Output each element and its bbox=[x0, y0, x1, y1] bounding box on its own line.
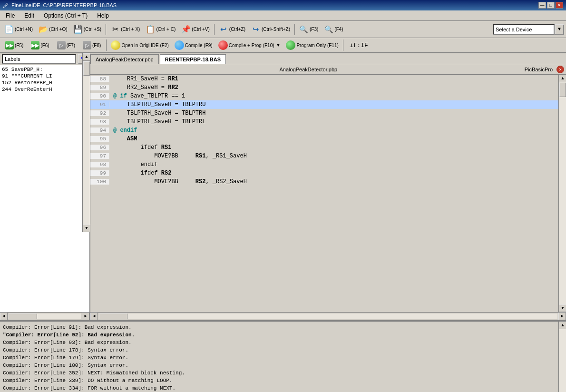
title-bar-left: 🖊 FineLineIDE C:\PBP\REENTERPBP-18.BAS bbox=[3, 2, 117, 9]
line-content-95: ASM bbox=[109, 136, 137, 142]
left-hscroll-thumb[interactable] bbox=[9, 314, 37, 319]
device-input[interactable] bbox=[493, 24, 555, 35]
left-scroll-up[interactable]: ▲ bbox=[83, 53, 90, 61]
sep5 bbox=[343, 39, 343, 51]
line-content-91: TBLPTRU_SaveH = TBLPTRU bbox=[109, 101, 205, 108]
cut-icon: ✂ bbox=[110, 25, 120, 34]
f7-icon: ▷ bbox=[57, 41, 66, 49]
code-scroll[interactable]: 88 RR1_SaveH = RR1 89 RR2_SaveH = RR2 bbox=[90, 75, 558, 312]
open-button[interactable]: 📂 (Ctrl +O) bbox=[36, 23, 70, 36]
labels-dropdown[interactable] bbox=[2, 54, 76, 64]
f7-label: (F7) bbox=[67, 43, 75, 48]
step-f6-button[interactable]: ▶▶ (F6) bbox=[28, 39, 52, 52]
code-line-95: 95 ASM bbox=[90, 135, 558, 143]
code-hscroll-right[interactable]: ► bbox=[558, 313, 566, 320]
cut-label: (Ctrl + X) bbox=[121, 27, 140, 32]
programonly-label: Program Only (F11) bbox=[296, 43, 338, 48]
close-editor-btn[interactable]: ✕ bbox=[556, 66, 564, 73]
code-hscroll-left[interactable]: ◄ bbox=[90, 313, 98, 320]
right-panel: AnalogPeakDetector.pbp REENTERPBP-18.BAS… bbox=[90, 53, 566, 320]
main-area: ▼ 65 SavePBP_H: 91 ***CURRENT LI 152 Res… bbox=[0, 53, 566, 321]
code-scroll-down[interactable]: ▼ bbox=[559, 304, 566, 312]
ifif-display: if:IF bbox=[345, 39, 372, 52]
undo-button[interactable]: ↩ (Ctrl+Z) bbox=[216, 23, 248, 36]
menu-bar: File Edit Options (Ctrl + T) Help bbox=[0, 10, 566, 21]
line-num-96: 96 bbox=[90, 145, 109, 150]
console-scroll-up[interactable]: ▲ bbox=[559, 322, 566, 329]
cut-button[interactable]: ✂ (Ctrl + X) bbox=[108, 23, 142, 36]
compileprog-dropdown-arrow[interactable]: ▼ bbox=[276, 43, 281, 48]
compileprog-button[interactable]: Compile + Prog (F10) ▼ bbox=[216, 39, 283, 52]
code-line-91: 91 TBLPTRU_SaveH = TBLPTRU bbox=[90, 100, 558, 109]
menu-help[interactable]: Help bbox=[93, 11, 113, 20]
copy-button[interactable]: 📋 (Ctrl + C) bbox=[143, 23, 178, 36]
save-button[interactable]: 💾 (Ctrl +S) bbox=[71, 23, 104, 36]
editor-title: AnalogPeakDetector.pbp bbox=[92, 67, 525, 72]
line-num-98: 98 bbox=[90, 162, 109, 167]
code-vscroll: ▲ ▼ bbox=[558, 75, 566, 312]
device-selector: ▼ bbox=[493, 24, 564, 35]
left-hscroll-left[interactable]: ◄ bbox=[0, 313, 8, 320]
left-scroll-thumb[interactable] bbox=[83, 61, 90, 76]
find-next-button[interactable]: 🔍 (F4) bbox=[322, 23, 345, 36]
compile-icon bbox=[175, 40, 184, 50]
run-f5-button[interactable]: ▶▶ (F5) bbox=[2, 39, 27, 52]
maximize-btn[interactable]: □ bbox=[547, 2, 555, 9]
app-name: FineLineIDE bbox=[11, 2, 40, 8]
programonly-button[interactable]: Program Only (F11) bbox=[283, 39, 341, 52]
console-line: Compiler: Error[Line 178]: Syntax error. bbox=[3, 346, 556, 354]
sep2 bbox=[214, 24, 215, 35]
stepover-f8-button[interactable]: ▷ (F8) bbox=[79, 39, 104, 52]
code-scroll-up[interactable]: ▲ bbox=[559, 75, 566, 82]
tab-analogpeak[interactable]: AnalogPeakDetector.pbp bbox=[90, 54, 159, 64]
left-hscroll-right[interactable]: ► bbox=[82, 313, 89, 320]
title-bar: 🖊 FineLineIDE C:\PBP\REENTERPBP-18.BAS —… bbox=[0, 0, 566, 10]
label-list[interactable]: 65 SavePBP_H: 91 ***CURRENT LI 152 Resto… bbox=[0, 65, 89, 312]
code-hscroll-thumb[interactable] bbox=[99, 314, 127, 319]
label-header: ▼ bbox=[0, 53, 89, 65]
menu-file[interactable]: File bbox=[2, 11, 19, 20]
compile-button[interactable]: Compile (F9) bbox=[172, 39, 215, 52]
left-scroll-down[interactable]: ▼ bbox=[83, 225, 90, 232]
sep3 bbox=[294, 24, 295, 35]
openide-button[interactable]: Open in Origi IDE (F2) bbox=[108, 39, 171, 52]
line-content-96: ifdef RS1 bbox=[109, 144, 171, 151]
programonly-icon bbox=[286, 40, 295, 50]
compile-label: Compile (F9) bbox=[185, 43, 213, 48]
code-and-scroll: 88 RR1_SaveH = RR1 89 RR2_SaveH = RR2 bbox=[90, 75, 566, 312]
line-num-88: 88 bbox=[90, 76, 109, 82]
editor-header: AnalogPeakDetector.pbp PicBasicPro ✕ bbox=[90, 64, 566, 75]
code-scroll-thumb[interactable] bbox=[559, 83, 566, 97]
console-line: Compiler: Error[Line 352]: NEXT: Mismatc… bbox=[3, 369, 556, 377]
tab-reenterpbp[interactable]: REENTERPBP-18.BAS bbox=[160, 54, 226, 64]
device-dropdown-btn[interactable]: ▼ bbox=[555, 24, 564, 35]
paste-button[interactable]: 📌 (Ctrl +V) bbox=[179, 23, 212, 36]
label-item[interactable]: 91 ***CURRENT LI bbox=[1, 73, 88, 79]
label-item[interactable]: 152 RestorePBP_H bbox=[1, 79, 88, 86]
code-line-97: 97 MOVE?BB RS1, _RS1_SaveH bbox=[90, 152, 558, 160]
code-content: 88 RR1_SaveH = RR1 89 RR2_SaveH = RR2 bbox=[90, 75, 558, 186]
menu-edit[interactable]: Edit bbox=[20, 11, 38, 20]
left-scroll-track bbox=[83, 61, 90, 225]
console-line: Compiler: Error[Line 180]: Syntax error. bbox=[3, 362, 556, 369]
left-panel: ▼ 65 SavePBP_H: 91 ***CURRENT LI 152 Res… bbox=[0, 53, 90, 320]
redo-button[interactable]: ↪ (Ctrl+Shift+Z) bbox=[249, 23, 293, 36]
save-icon: 💾 bbox=[73, 25, 83, 34]
open-icon: 📂 bbox=[39, 25, 48, 34]
find-icon: 🔍 bbox=[299, 25, 309, 34]
left-hscroll: ◄ ► bbox=[0, 312, 89, 320]
left-hscroll-track bbox=[9, 314, 81, 319]
find-button[interactable]: 🔍 (F3) bbox=[297, 23, 321, 36]
close-window-btn[interactable]: ✕ bbox=[556, 2, 563, 9]
new-button[interactable]: 📄 (Ctrl +N) bbox=[2, 23, 35, 36]
copy-label: (Ctrl + C) bbox=[156, 27, 176, 32]
minimize-btn[interactable]: — bbox=[538, 2, 546, 9]
find-next-label: (F4) bbox=[334, 27, 343, 32]
stepinto-f7-button[interactable]: ▷ (F7) bbox=[54, 39, 78, 52]
console-content[interactable]: Compiler: Error[Line 91]: Bad expression… bbox=[0, 322, 558, 392]
menu-options[interactable]: Options (Ctrl + T) bbox=[40, 11, 91, 20]
label-item[interactable]: 244 OverReEnterH bbox=[1, 86, 88, 93]
code-line-92: 92 TBLPTRH_SaveH = TBLPTRH bbox=[90, 109, 558, 118]
label-item[interactable]: 65 SavePBP_H: bbox=[1, 66, 88, 73]
find-label: (F3) bbox=[310, 27, 318, 32]
